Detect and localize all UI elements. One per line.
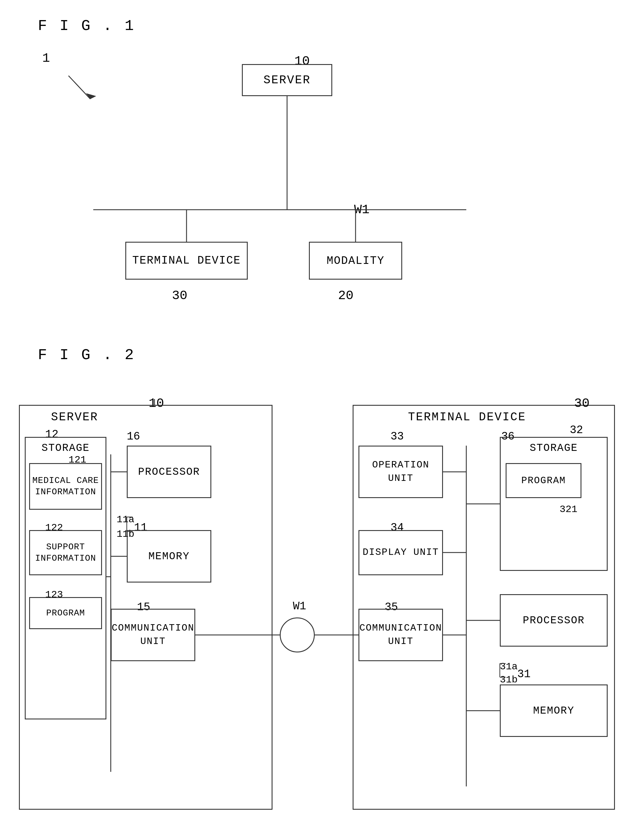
comm-terminal-box: COMMUNICATION UNIT: [358, 609, 443, 661]
svg-line-0: [68, 76, 90, 99]
label-31a: 31a: [500, 661, 517, 672]
processor-server-box: PROCESSOR: [127, 445, 211, 498]
label-321: 321: [560, 504, 577, 515]
svg-marker-1: [86, 93, 96, 99]
label-30-fig1: 30: [172, 288, 187, 303]
program-storage-box: PROGRAM: [29, 597, 102, 629]
support-info-box: SUPPORT INFORMATION: [29, 530, 102, 575]
server-label-fig2: SERVER: [51, 411, 98, 424]
label-20-fig1: 20: [338, 288, 353, 303]
storage-terminal-box: STORAGE: [500, 437, 608, 571]
w1-circle: [280, 617, 315, 652]
medical-care-box: MEDICAL CARE INFORMATION: [29, 463, 102, 510]
terminal-label-fig2: TERMINAL DEVICE: [408, 411, 526, 424]
terminal-device-box-fig1: TERMINAL DEVICE: [125, 242, 248, 279]
label-33: 33: [391, 430, 404, 443]
label-31b: 31b: [500, 674, 517, 685]
operation-unit-box: OPERATION UNIT: [358, 445, 443, 498]
label-w1-fig2: W1: [293, 600, 306, 613]
memory-terminal-box: MEMORY: [500, 684, 608, 737]
label-31: 31: [517, 668, 531, 681]
label-32: 32: [570, 424, 583, 436]
label-1: 1: [42, 51, 50, 66]
fig1-title: F I G . 1: [38, 17, 136, 35]
memory-server-box: MEMORY: [127, 530, 211, 583]
processor-terminal-box: PROCESSOR: [500, 594, 608, 647]
label-121: 121: [68, 455, 86, 466]
fig1-connections: [0, 0, 633, 379]
label-w1-fig1: W1: [354, 202, 370, 217]
program-terminal-box: PROGRAM: [506, 463, 581, 498]
label-16: 16: [127, 430, 140, 443]
modality-box-fig1: MODALITY: [309, 242, 402, 279]
label-122: 122: [45, 522, 63, 533]
server-box-fig1: SERVER: [242, 64, 332, 96]
label-123: 123: [45, 589, 63, 600]
display-unit-box: DISPLAY UNIT: [358, 530, 443, 575]
comm-server-box: COMMUNICATION UNIT: [111, 609, 195, 661]
fig2-title: F I G . 2: [38, 347, 136, 364]
label-30-fig2: 30: [574, 396, 590, 411]
label-11a: 11a: [117, 514, 135, 525]
